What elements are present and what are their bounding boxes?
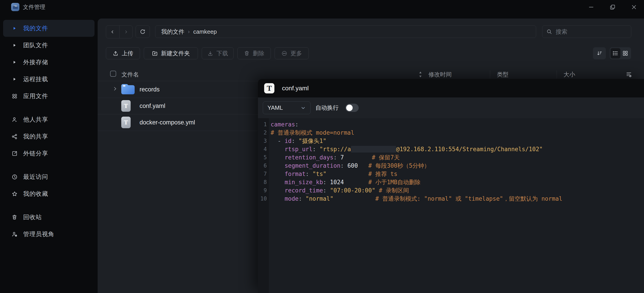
toolbar-button-label: 更多 xyxy=(290,50,302,57)
sidebar-item-shared-by-others[interactable]: 他人共享 xyxy=(3,111,94,128)
file-name: records xyxy=(140,81,160,98)
preview-header: T conf.yaml xyxy=(258,79,644,98)
expand-chevron-icon[interactable] xyxy=(112,86,118,92)
breadcrumb-separator: › xyxy=(188,28,190,35)
code-content: cameras:# 普通录制模式 mode=normal - id: "摄像头1… xyxy=(270,118,644,293)
window-title: 文件管理 xyxy=(23,0,45,14)
file-manager-window: 文件管理 我的文件团队文件外接存储远程挂载应用文件他人共享我的共享外链分享最近访… xyxy=(0,0,644,293)
line-number: 10 xyxy=(258,195,267,203)
preview-title: conf.yaml xyxy=(282,85,309,92)
new-folder-button[interactable]: 新建文件夹 xyxy=(144,47,198,59)
select-all-checkbox[interactable] xyxy=(110,71,116,77)
text-file-icon: T xyxy=(264,83,274,94)
toolbar-button-label: 上传 xyxy=(122,50,133,57)
column-header-name[interactable]: 文件名 xyxy=(122,68,139,81)
line-number: 3 xyxy=(258,137,267,145)
forward-button[interactable] xyxy=(119,26,133,38)
minimize-button[interactable] xyxy=(588,3,595,11)
sidebar-group: 我的文件团队文件外接存储远程挂载应用文件 xyxy=(0,20,98,104)
export-icon xyxy=(11,150,18,156)
sidebar-item-my-shares[interactable]: 我的共享 xyxy=(3,128,94,145)
list-view-icon xyxy=(612,50,618,56)
sidebar-item-label: 团队文件 xyxy=(23,41,48,49)
caret-icon xyxy=(11,26,18,30)
folder-plus-icon xyxy=(152,50,158,56)
line-number: 1 xyxy=(258,120,267,129)
refresh-button[interactable] xyxy=(136,26,150,38)
sidebar: 我的文件团队文件外接存储远程挂载应用文件他人共享我的共享外链分享最近访问我的收藏… xyxy=(0,14,98,293)
toolbar-button-label: 新建文件夹 xyxy=(161,50,190,57)
toolbar-button-label: 删除 xyxy=(253,50,264,57)
search-icon xyxy=(546,29,552,34)
person-gear-icon xyxy=(11,231,18,237)
sidebar-group: 最近访问我的收藏 xyxy=(0,168,98,202)
sidebar-item-label: 我的收藏 xyxy=(23,190,48,198)
text-file-icon: T xyxy=(121,100,131,112)
sidebar-item-label: 最近访问 xyxy=(23,173,48,181)
sidebar-item-label: 远程挂载 xyxy=(23,75,48,83)
sidebar-item-label: 他人共享 xyxy=(23,116,48,124)
trash-icon xyxy=(244,50,250,56)
sidebar-item-label: 应用文件 xyxy=(23,92,48,100)
sidebar-item-label: 我的共享 xyxy=(23,132,48,140)
search-input[interactable] xyxy=(555,28,627,36)
apps-icon xyxy=(11,93,18,99)
breadcrumb[interactable]: 我的文件›camkeep xyxy=(155,26,536,38)
sidebar-item-favorites[interactable]: 我的收藏 xyxy=(3,185,94,202)
sidebar-item-link-shares[interactable]: 外链分享 xyxy=(3,145,94,162)
sidebar-item-admin-view[interactable]: 管理员视角 xyxy=(3,226,94,242)
search-box xyxy=(542,26,631,38)
code-line: mode: "normal" # 普通录制模式: "normal" 或 "tim… xyxy=(270,195,644,203)
sidebar-item-recycle-bin[interactable]: 回收站 xyxy=(3,209,94,226)
list-view-button[interactable] xyxy=(610,48,620,58)
app-logo-icon xyxy=(11,3,20,11)
grid-view-button[interactable] xyxy=(620,48,630,58)
sidebar-item-external-storage[interactable]: 外接存储 xyxy=(3,54,94,71)
sidebar-item-my-files[interactable]: 我的文件 xyxy=(3,20,94,37)
word-wrap-label: 自动换行 xyxy=(316,102,338,114)
caret-icon xyxy=(11,44,18,47)
folder-icon xyxy=(121,84,135,94)
code-line: - id: "摄像头1" xyxy=(270,137,644,145)
code-viewer[interactable]: 12345678910 cameras:# 普通录制模式 mode=normal… xyxy=(258,118,644,293)
breadcrumb-item[interactable]: 我的文件 xyxy=(161,28,184,36)
sidebar-group: 回收站管理员视角 xyxy=(0,209,98,242)
sidebar-item-label: 我的文件 xyxy=(23,24,48,32)
word-wrap-toggle[interactable] xyxy=(345,104,359,112)
sidebar-item-app-files[interactable]: 应用文件 xyxy=(3,88,94,104)
language-select[interactable]: YAML xyxy=(263,102,310,114)
toggle-knob xyxy=(346,104,353,111)
sidebar-item-label: 回收站 xyxy=(23,213,42,221)
code-line: cameras: xyxy=(270,120,644,129)
titlebar: 文件管理 xyxy=(0,0,644,14)
breadcrumb-item[interactable]: camkeep xyxy=(193,28,217,35)
back-button[interactable] xyxy=(106,26,119,38)
caret-icon xyxy=(11,60,18,64)
line-number: 5 xyxy=(258,154,267,162)
code-line: rtsp_url: "rtsp://a@192.168.2.110:554/St… xyxy=(270,145,644,154)
caret-icon xyxy=(11,78,18,81)
code-line: min_size_kb: 1024 # 小于1MB自动删除 xyxy=(270,178,644,186)
close-button[interactable] xyxy=(630,3,638,11)
sidebar-item-recent[interactable]: 最近访问 xyxy=(3,168,94,185)
delete-button: 删除 xyxy=(238,47,271,59)
file-name: conf.yaml xyxy=(140,98,166,114)
sort-direction-icon[interactable] xyxy=(418,70,423,79)
history-nav xyxy=(106,26,133,38)
sidebar-item-team-files[interactable]: 团队文件 xyxy=(3,37,94,54)
maximize-button[interactable] xyxy=(609,3,616,11)
chevron-down-icon xyxy=(300,105,306,110)
redacted-credentials xyxy=(351,146,396,152)
line-number: 4 xyxy=(258,145,267,154)
code-line: retention_days: 7 # 保留7天 xyxy=(270,154,644,162)
code-line: segment_duration: 600 # 每段300秒（5分钟） xyxy=(270,162,644,170)
sidebar-item-remote-mount[interactable]: 远程挂载 xyxy=(3,71,94,88)
upload-button[interactable]: 上传 xyxy=(106,47,140,59)
sort-button[interactable] xyxy=(593,47,606,59)
code-line: record_time: "07:00-20:00" # 录制区间 xyxy=(270,186,644,195)
column-settings-icon[interactable] xyxy=(626,71,632,78)
trash-icon xyxy=(11,214,18,220)
file-preview-modal: T conf.yaml YAML 自动换行 12345678910 camera… xyxy=(258,79,644,293)
clock-icon xyxy=(11,174,18,180)
line-number: 9 xyxy=(258,186,267,195)
